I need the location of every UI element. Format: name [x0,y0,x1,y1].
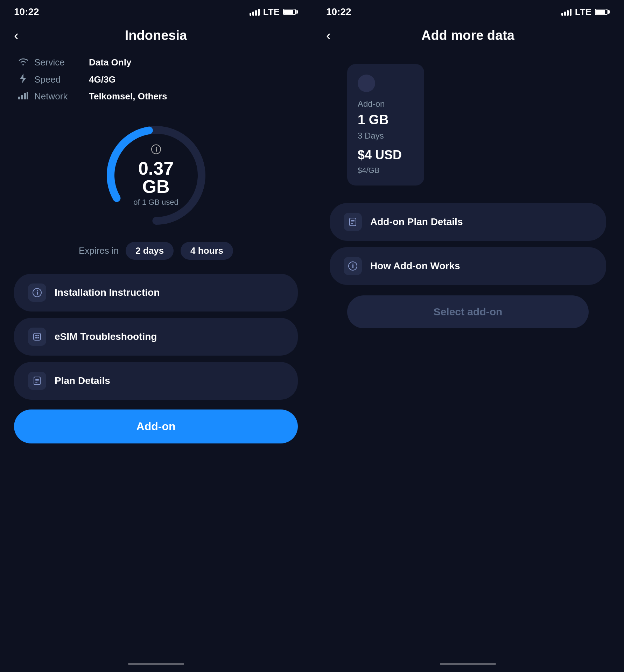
right-actions-section: Add-on Plan Details How Add-on Works [312,200,624,288]
svg-rect-7 [156,148,157,152]
header-left: ‹ Indonesia [0,21,312,50]
battery-right [595,9,610,15]
how-addon-icon [344,257,362,275]
expires-section: Expires in 2 days 4 hours [0,238,312,270]
network-bars-icon [17,92,29,102]
addon-card-per-gb: $4/GB [358,166,414,175]
esim-label: eSIM Troubleshooting [55,331,157,342]
page-title-left: Indonesia [125,28,187,43]
select-addon-button[interactable]: Select add-on [347,295,589,328]
time-left: 10:22 [14,6,39,18]
svg-rect-18 [35,379,39,380]
addon-card-avatar [358,75,375,92]
bottom-area-right: Select add-on [312,288,624,672]
svg-rect-11 [37,290,38,291]
installation-icon [28,284,46,302]
data-gauge-section: 0.37 GB of 1 GB used [0,109,312,238]
svg-rect-23 [351,222,355,222]
network-value: Telkomsel, Others [89,91,167,102]
how-addon-works-button[interactable]: How Add-on Works [330,247,606,285]
gauge-info-icon [128,144,184,157]
svg-rect-14 [37,335,39,336]
addon-plan-details-button[interactable]: Add-on Plan Details [330,203,606,241]
svg-rect-24 [351,223,353,224]
select-btn-wrapper: Select add-on [312,288,624,332]
battery-left [283,9,298,15]
svg-rect-0 [18,97,20,99]
expires-hours-badge: 4 hours [181,242,233,260]
plan-details-label: Plan Details [55,375,110,386]
svg-rect-1 [21,95,23,99]
plan-details-button[interactable]: Plan Details [14,362,298,400]
back-button-left[interactable]: ‹ [14,28,19,43]
svg-rect-12 [34,333,41,340]
status-right-right: LTE [561,7,610,18]
esim-icon [28,328,46,346]
installation-instruction-button[interactable]: Installation Instruction [14,274,298,312]
svg-rect-27 [352,264,353,265]
signal-bars-left [250,8,260,16]
speed-label: Speed [34,74,83,85]
addon-card-label: Add-on [358,99,414,109]
addon-card-gb: 1 GB [358,112,414,127]
status-bar-right: 10:22 LTE [312,0,624,21]
right-screen: 10:22 LTE ‹ Add more data Add-on 1 GB 3 … [312,0,624,672]
svg-rect-3 [27,92,28,99]
back-button-right[interactable]: ‹ [326,28,331,43]
addon-card-wrapper: Add-on 1 GB 3 Days $4 USD $4/GB [312,50,624,200]
home-bar-left [128,663,184,665]
addon-card-price: $4 USD [358,148,414,162]
speed-value: 4G/3G [89,74,116,85]
bolt-icon [17,74,29,85]
addon-primary-button[interactable]: Add-on [14,410,298,443]
svg-rect-8 [156,147,157,148]
signal-bars-right [561,8,572,16]
lte-label-left: LTE [263,7,280,18]
network-label: Network [34,91,83,102]
gauge-used-value: 0.37 GB [128,159,184,196]
status-bar-left: 10:22 LTE [0,0,312,21]
svg-rect-10 [37,292,38,295]
info-row-network: Network Telkomsel, Others [17,91,294,102]
svg-rect-13 [35,335,37,336]
how-addon-label: How Add-on Works [370,260,460,272]
info-section: Service Data Only Speed 4G/3G Network [0,50,312,109]
service-label: Service [34,57,83,68]
addon-plan-icon [344,213,362,231]
service-value: Data Only [89,57,131,68]
home-bar-right [440,663,496,665]
home-indicator-right [312,656,624,672]
home-indicator-left [0,656,312,672]
info-row-service: Service Data Only [17,57,294,68]
svg-rect-19 [35,380,39,381]
expires-label: Expires in [79,245,119,256]
installation-label: Installation Instruction [55,287,160,298]
svg-rect-16 [37,337,39,338]
left-actions-section: Installation Instruction eSIM Troublesho… [0,270,312,403]
header-right: ‹ Add more data [312,21,624,50]
svg-rect-22 [351,220,355,221]
addon-card-days: 3 Days [358,131,414,141]
svg-rect-2 [24,93,26,99]
status-right-left: LTE [250,7,298,18]
gauge-center: 0.37 GB of 1 GB used [128,144,184,207]
addon-plan-label: Add-on Plan Details [370,216,463,227]
wifi-icon [17,58,29,68]
gauge-subtext: of 1 GB used [128,198,184,207]
time-right: 10:22 [326,6,351,18]
esim-troubleshooting-button[interactable]: eSIM Troubleshooting [14,318,298,356]
svg-rect-26 [352,265,353,268]
addon-card[interactable]: Add-on 1 GB 3 Days $4 USD $4/GB [347,64,424,186]
lte-label-right: LTE [575,7,591,18]
svg-rect-20 [35,382,37,383]
info-row-speed: Speed 4G/3G [17,74,294,85]
plan-details-icon [28,372,46,390]
gauge-container: 0.37 GB of 1 GB used [100,119,212,231]
svg-rect-15 [35,337,37,338]
left-screen: 10:22 LTE ‹ Indonesia [0,0,312,672]
page-title-right: Add more data [421,28,514,43]
